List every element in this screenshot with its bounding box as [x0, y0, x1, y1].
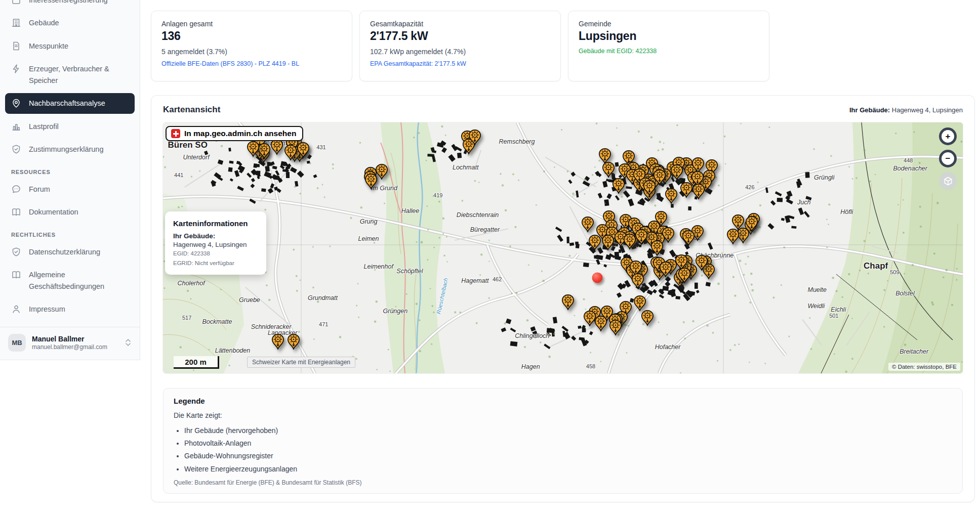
map-pin-icon — [11, 98, 21, 108]
legend-source: Quelle: Bundesamt für Energie (BFE) & Bu… — [174, 479, 952, 486]
pv-installation-marker[interactable] — [634, 295, 646, 312]
map-attribution: © Daten: swisstopo, BFE — [888, 363, 960, 371]
map-label-gruebe: Gruebe — [239, 296, 260, 304]
pv-installation-marker[interactable] — [284, 145, 297, 161]
sidebar-item-nachbarschaftsanalyse[interactable]: Nachbarschaftsanalyse — [5, 93, 135, 113]
book-icon — [11, 207, 21, 217]
map-label-448: 448 — [904, 157, 913, 163]
sidebar-item-datenschutzerkl-rung[interactable]: Datenschutzerklärung — [5, 242, 135, 262]
map-label-chlingelloch: Chlingelloch — [515, 332, 549, 339]
pv-installation-marker[interactable] — [670, 164, 683, 180]
tooltip-building-value: Hagenweg 4, Lupsingen — [173, 241, 258, 248]
stat-label: Anlagen gesamt — [161, 20, 342, 28]
pv-installation-marker[interactable] — [641, 310, 654, 326]
pv-installation-marker[interactable] — [364, 174, 377, 190]
pv-installation-marker[interactable] — [660, 262, 672, 278]
pv-installation-marker[interactable] — [594, 316, 607, 332]
zoom-in-button[interactable]: + — [939, 127, 957, 145]
stat-link-bfe[interactable]: Offizielle BFE-Daten (BFS 2830) - PLZ 44… — [161, 60, 342, 67]
pv-installation-marker[interactable] — [271, 139, 283, 155]
sidebar-item-impressum[interactable]: Impressum — [5, 299, 135, 319]
legend-list: Ihr Gebäude (hervorgehoben) Photovoltaik… — [184, 424, 952, 476]
sidebar-item-geb-ude[interactable]: Gebäude — [5, 13, 135, 33]
shield-check-icon — [11, 144, 21, 154]
pv-installation-marker[interactable] — [609, 320, 622, 336]
sidebar-item-label: Zustimmungserklärung — [29, 144, 103, 155]
sidebar-item-allgemeine-gesch-ftsbedingungen[interactable]: Allgemeine Geschäftsbedingungen — [5, 265, 135, 296]
3d-toggle-button[interactable] — [939, 172, 957, 190]
sidebar-item-label: Gebäude — [29, 17, 59, 28]
sidebar-item-dokumentation[interactable]: Dokumentation — [5, 202, 135, 222]
sidebar-item-label: Dokumentation — [29, 206, 78, 218]
legend-item: Photovoltaik-Anlagen — [184, 437, 952, 450]
user-icon — [11, 304, 21, 314]
pv-installation-marker[interactable] — [635, 229, 647, 245]
your-building-summary: Ihr Gebäude: Hagenweg 4, Lupsingen — [849, 106, 963, 114]
pv-installation-marker[interactable] — [678, 268, 691, 284]
geoadmin-link-label: In map.geo.admin.ch ansehen — [184, 129, 296, 138]
pv-installation-marker[interactable] — [601, 234, 614, 250]
clipboard-icon — [11, 0, 21, 5]
map-viewport[interactable]: Büren SOUnterdorf441Chlingelmatt431Remsc… — [163, 122, 963, 373]
pv-installation-marker[interactable] — [297, 142, 310, 158]
pv-installation-marker[interactable] — [727, 229, 740, 245]
map-controls: + − — [939, 127, 957, 190]
pv-installation-marker[interactable] — [631, 273, 644, 289]
map-label-bodenacher: Bodenacher — [893, 165, 927, 172]
pv-installation-marker[interactable] — [624, 234, 636, 250]
map-label-bockmatte: Bockmatte — [202, 318, 232, 325]
pv-installation-marker[interactable] — [271, 334, 284, 350]
sidebar-nav: InteressensregistrierungGebäudeMesspunkt… — [0, 0, 140, 160]
map-label-diebschtenrain: Diebschtenrain — [457, 211, 499, 219]
map-label-441: 441 — [174, 172, 183, 178]
map-label-462: 462 — [493, 276, 502, 282]
pv-installation-marker[interactable] — [612, 178, 625, 194]
highlighted-building-marker[interactable] — [592, 273, 602, 283]
pv-installation-marker[interactable] — [602, 162, 615, 178]
sidebar-item-forum[interactable]: Forum — [5, 179, 135, 199]
pv-installation-marker[interactable] — [562, 294, 575, 311]
tooltip-egrid: EGRID: Nicht verfügbar — [173, 259, 258, 268]
map-label-hofacher: Hofacher — [655, 343, 681, 351]
map-label-gr-ngen: Grüngen — [383, 308, 408, 315]
map-card: Kartenansicht Ihr Gebäude: Hagenweg 4, L… — [151, 95, 975, 502]
pv-installation-marker[interactable] — [651, 240, 664, 256]
pv-installation-marker[interactable] — [696, 255, 708, 271]
legend-item: Gebäude-Wohnungsregister — [184, 450, 952, 462]
map-label-grundmatt: Grundmatt — [308, 294, 338, 301]
geoadmin-link-button[interactable]: In map.geo.admin.ch ansehen — [166, 126, 303, 141]
bar-chart-icon — [11, 121, 21, 132]
pv-installation-marker[interactable] — [682, 230, 695, 246]
pv-installation-marker[interactable] — [680, 182, 692, 198]
stat-value: 2'177.5 kW — [370, 29, 550, 43]
map-label-b-regatter: Büregatter — [470, 226, 500, 233]
pv-installation-marker[interactable] — [469, 130, 481, 146]
pv-installation-marker[interactable] — [258, 143, 270, 159]
user-menu[interactable]: MB Manuel Ballmer manuel.ballmer@gmail.c… — [0, 327, 140, 357]
pv-installation-marker[interactable] — [692, 183, 705, 199]
sidebar-item-label: Impressum — [29, 304, 65, 315]
pv-installation-marker[interactable] — [581, 216, 594, 232]
pv-installation-marker[interactable] — [589, 234, 601, 250]
map-label-unterdorf: Unterdorf — [183, 154, 210, 161]
sidebar-item-zustimmungserkl-rung[interactable]: Zustimmungserklärung — [5, 139, 135, 159]
sidebar-item-messpunkte[interactable]: Messpunkte — [5, 36, 135, 56]
sidebar-item-erzeuger-verbraucher-speicher[interactable]: Erzeuger, Verbraucher & Speicher — [5, 59, 135, 91]
pv-installation-marker[interactable] — [376, 164, 388, 180]
tooltip-building-label: Ihr Gebäude: — [173, 232, 258, 240]
document-icon — [11, 41, 21, 51]
stat-link-egid[interactable]: Gebäude mit EGID: 422338 — [579, 48, 759, 55]
pv-installation-marker[interactable] — [643, 180, 656, 196]
pv-installation-marker[interactable] — [665, 188, 677, 204]
sidebar-item-lastprofil[interactable]: Lastprofil — [5, 116, 135, 137]
map-label-muelte: Muelte — [807, 286, 827, 293]
book-icon — [11, 270, 21, 280]
stat-link-epa[interactable]: EPA Gesamtkapazität: 2'177.5 kW — [370, 60, 550, 67]
pv-installation-marker[interactable] — [288, 333, 300, 350]
map-label-b-ren-so: Büren SO — [168, 140, 207, 150]
pv-installation-marker[interactable] — [247, 141, 260, 157]
sidebar-item-interessensregistrierung[interactable]: Interessensregistrierung — [5, 0, 135, 10]
user-email: manuel.ballmer@gmail.com — [32, 343, 118, 351]
zoom-out-button[interactable]: − — [939, 150, 957, 167]
shield-check-icon — [11, 247, 21, 257]
